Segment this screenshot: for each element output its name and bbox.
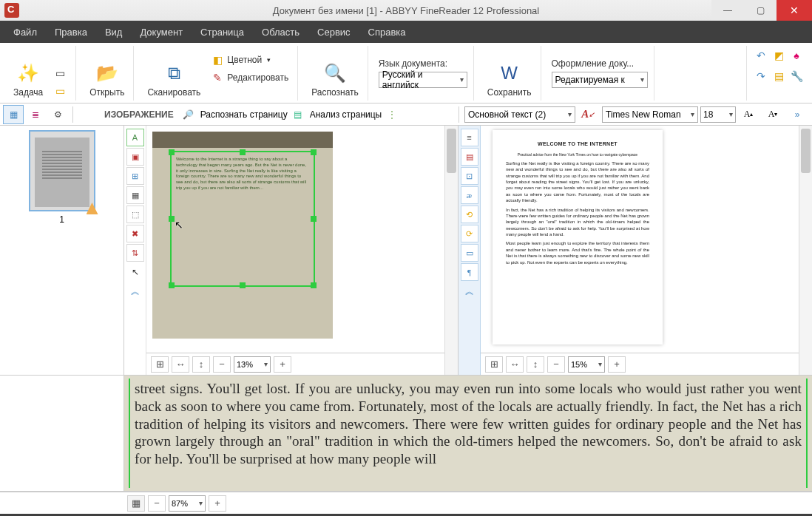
font-shrink-icon[interactable]: A▾ [762,105,783,124]
image-canvas[interactable]: Welcome to the Internet is a strange thi… [146,126,458,375]
delete-area-tool-icon[interactable]: ✖ [126,225,144,242]
zoom-in-button[interactable]: + [274,356,291,373]
save-button[interactable]: W Сохранить [484,47,535,99]
cursor-icon: ↖ [175,219,183,231]
text-area-tool-icon[interactable]: A [126,129,144,146]
text-tool6-icon[interactable]: ⟳ [461,225,478,242]
text-tool1-icon[interactable]: ≡ [461,129,478,146]
table-area-tool-icon[interactable]: ⊞ [126,167,144,185]
pointer-tool-icon[interactable]: ↖ [126,263,144,281]
text-zoom-value[interactable]: 15%▾ [568,356,605,373]
menu-service[interactable]: Сервис [310,24,358,41]
page-thumbnail[interactable] [29,130,95,211]
zoom-in-button[interactable]: + [608,356,626,373]
closeup-zoom-value[interactable]: 87%▾ [169,495,206,512]
minimize-button[interactable]: — [711,0,744,21]
zoom-out-button[interactable]: − [547,356,565,373]
scan-button[interactable]: ⧉ Сканировать [144,47,203,99]
font-combo[interactable]: Times New Roman▾ [602,106,698,123]
options-icon[interactable]: 🔧 [788,68,805,84]
fit-height-icon[interactable]: ↕ [527,356,544,373]
verify-icon[interactable]: ♠ [788,47,805,64]
zoom-out-button[interactable]: − [148,495,166,512]
doc-icon: ▭ [53,84,67,98]
gear-icon: ⚙ [54,109,62,120]
formatting-combo[interactable]: Редактируемая к▾ [552,72,648,88]
image-zoom-value[interactable]: 13%▾ [234,356,271,373]
menu-edit[interactable]: Правка [47,24,95,41]
paragraph-style-combo[interactable]: Основной текст (2)▾ [464,106,575,123]
collapse-tools-icon[interactable]: ︽ [461,282,478,300]
close-button[interactable]: ✕ [777,0,812,21]
scanned-page: Welcome to the Internet is a strange thi… [152,132,333,339]
right-icon-stack: ↶ ↷ ◩ ▤ ♠ 🔧 [746,46,808,101]
text-scrollbar[interactable] [799,126,812,375]
grid-icon: ▦ [10,109,18,120]
verify-char-icon[interactable]: æ [461,186,478,204]
recognition-area-tool-icon[interactable]: ⬚ [126,206,144,223]
menu-file[interactable]: Файл [6,24,44,41]
highlight-icon[interactable]: ◩ [771,47,787,64]
analyze-page-button[interactable]: ▤ [288,105,308,124]
menu-help[interactable]: Справка [361,24,413,41]
ribbon: ✨ Задача ▭ ▭ 📂 Открыть ⧉ Сканировать ◧Цв… [0,43,812,103]
magnify-doc-icon: 🔍 [324,62,346,84]
fit-width-icon[interactable]: ↔ [506,356,524,373]
image-edit-button[interactable]: ✎Редактировать [208,69,291,86]
barcode-area-tool-icon[interactable]: ▦ [126,186,144,204]
zoom-out-button[interactable]: − [213,356,231,373]
menu-page[interactable]: Страница [193,24,251,41]
image-pane: A ▣ ⊞ ▦ ⬚ ✖ ⇅ ↖ ︽ Welcome to the Interne… [124,126,459,375]
doc-language-block: Язык документа: Русский и английск▾ [373,46,474,101]
zoom-in-button[interactable]: + [209,495,226,512]
maximize-button[interactable]: ▢ [744,0,777,21]
fit-page-icon[interactable]: ⊞ [485,356,503,373]
tool2-icon[interactable]: ▤ [771,68,787,84]
text-style-icon[interactable]: A↙ [578,105,598,124]
text-recognition-area[interactable]: Welcome to the Internet is a strange thi… [170,151,315,287]
new-doc-button[interactable]: ▭ [50,65,70,81]
reorder-areas-tool-icon[interactable]: ⇅ [126,244,144,262]
text-tool2-icon[interactable]: ▤ [461,148,478,166]
secondary-toolbar: ▦ ≣ ⚙ ИЗОБРАЖЕНИЕ 🔎 Распознать страницу … [0,103,812,126]
chevron-down-icon: ▾ [460,75,464,84]
text-canvas[interactable]: WELCOME TO THE INTERNET Practical advice… [481,126,812,375]
page-props-button[interactable]: ⚙ [47,105,68,124]
undo-icon[interactable]: ↶ [753,47,769,64]
chevron-down-icon: ▾ [568,110,572,118]
closeup-content[interactable]: street signs. You'll get lost. If you ar… [124,376,812,491]
thumbs-view-button[interactable]: ▦ [3,105,24,124]
open-button[interactable]: 📂 Открыть [87,47,127,99]
expand-toolbar-icon[interactable]: » [787,105,808,124]
color-mode-button[interactable]: ◧Цветной ▾ [208,52,291,68]
workspace: 1 A ▣ ⊞ ▦ ⬚ ✖ ⇅ ↖ ︽ Welcome to the Inter… [0,126,812,375]
image-scrollbar[interactable] [444,126,458,375]
collapse-tools-icon[interactable]: ︽ [126,282,144,300]
chevron-down-icon: ▾ [691,110,694,118]
menu-document[interactable]: Документ [132,24,190,41]
details-view-button[interactable]: ≣ [25,105,46,124]
picture-area-tool-icon[interactable]: ▣ [126,148,144,166]
doc-options-button[interactable]: ▭ [50,83,70,99]
font-size-combo[interactable]: 18▾ [700,106,736,123]
menu-area[interactable]: Область [254,24,307,41]
doc-title: WELCOME TO THE INTERNET [506,140,649,148]
hand-tool-icon[interactable]: ▦ [127,495,145,512]
doc-language-combo[interactable]: Русский и английск▾ [379,72,467,88]
more-image-button[interactable]: ⋮ [382,105,402,124]
text-tool5-icon[interactable]: ⟲ [461,206,478,223]
formatting-block: Оформление доку... Редактируемая к▾ [546,46,654,101]
fit-page-icon[interactable]: ⊞ [151,356,169,373]
redo-icon[interactable]: ↷ [753,68,769,84]
font-grow-icon[interactable]: A▴ [738,105,759,124]
chevron-down-icon: ▾ [598,360,602,368]
text-tool3-icon[interactable]: ⊡ [461,167,478,185]
pilcrow-icon[interactable]: ¶ [461,263,478,281]
text-tool7-icon[interactable]: ▭ [461,244,478,262]
fit-width-icon[interactable]: ↔ [172,356,189,373]
menu-view[interactable]: Вид [98,24,130,41]
recognize-button[interactable]: 🔍 Распознать [308,47,362,99]
task-button[interactable]: ✨ Задача [10,47,46,99]
fit-height-icon[interactable]: ↕ [192,356,210,373]
recognize-page-button[interactable]: 🔎 [178,105,199,124]
